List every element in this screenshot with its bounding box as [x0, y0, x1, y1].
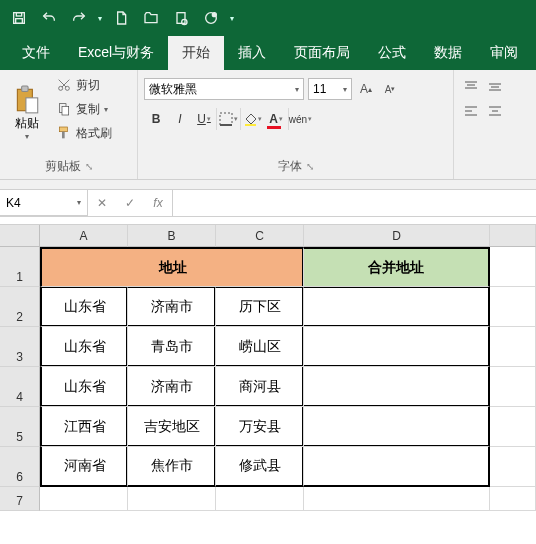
- paste-button[interactable]: 粘贴 ▾: [6, 74, 48, 152]
- cell[interactable]: 吉安地区: [128, 407, 216, 447]
- cell[interactable]: [490, 487, 536, 511]
- italic-button[interactable]: I: [168, 108, 192, 130]
- cell[interactable]: [490, 327, 536, 367]
- col-header[interactable]: B: [128, 225, 216, 247]
- open-folder-icon[interactable]: [140, 7, 162, 29]
- spreadsheet-grid[interactable]: 1 2 3 4 5 6 7 A B C D 地址 合并地址 山东省 济南市 历下: [0, 225, 536, 511]
- borders-button[interactable]: ▾: [216, 108, 240, 130]
- paste-dropdown-icon[interactable]: ▾: [25, 132, 29, 141]
- cell[interactable]: [490, 287, 536, 327]
- row-header[interactable]: 7: [0, 487, 40, 511]
- phonetic-button[interactable]: wén▾: [288, 108, 312, 130]
- cell[interactable]: 济南市: [128, 367, 216, 407]
- cell[interactable]: 山东省: [40, 367, 128, 407]
- col-header[interactable]: [490, 225, 536, 247]
- scissors-icon: [56, 77, 72, 93]
- cell-merged-header-abc[interactable]: 地址: [40, 247, 304, 287]
- select-all-corner[interactable]: [0, 225, 40, 247]
- row-header[interactable]: 1: [0, 247, 40, 287]
- align-middle-button[interactable]: [484, 78, 506, 96]
- cell[interactable]: 万安县: [216, 407, 304, 447]
- redo-icon[interactable]: [68, 7, 90, 29]
- cell[interactable]: [304, 407, 490, 447]
- cell[interactable]: [216, 487, 304, 511]
- row-header[interactable]: 3: [0, 327, 40, 367]
- cell[interactable]: [40, 487, 128, 511]
- format-painter-button[interactable]: 格式刷: [52, 122, 116, 144]
- cell[interactable]: 河南省: [40, 447, 128, 487]
- name-box[interactable]: K4▾: [0, 190, 88, 216]
- save-icon[interactable]: [8, 7, 30, 29]
- font-dialog-icon[interactable]: ⤡: [306, 161, 314, 172]
- align-center-button[interactable]: [484, 102, 506, 120]
- formula-input[interactable]: [173, 190, 536, 216]
- new-file-icon[interactable]: [110, 7, 132, 29]
- cell[interactable]: 商河县: [216, 367, 304, 407]
- copy-button[interactable]: 复制▾: [52, 98, 116, 120]
- svg-point-6: [212, 13, 216, 17]
- cell[interactable]: [304, 287, 490, 327]
- align-top-button[interactable]: [460, 78, 482, 96]
- col-header[interactable]: C: [216, 225, 304, 247]
- undo-icon[interactable]: [38, 7, 60, 29]
- insert-function-button[interactable]: fx: [144, 190, 172, 216]
- qat-dropdown-icon[interactable]: ▾: [98, 14, 102, 23]
- cell[interactable]: [128, 487, 216, 511]
- cell[interactable]: [304, 327, 490, 367]
- tab-review[interactable]: 审阅: [476, 36, 532, 70]
- svg-rect-18: [245, 124, 256, 126]
- cell[interactable]: 济南市: [128, 287, 216, 327]
- cell[interactable]: [490, 247, 536, 287]
- cut-button[interactable]: 剪切: [52, 74, 116, 96]
- tab-insert[interactable]: 插入: [224, 36, 280, 70]
- cell[interactable]: [304, 487, 490, 511]
- align-left-button[interactable]: [460, 102, 482, 120]
- bold-button[interactable]: B: [144, 108, 168, 130]
- row-header[interactable]: 6: [0, 447, 40, 487]
- svg-rect-3: [177, 13, 185, 24]
- tab-page-layout[interactable]: 页面布局: [280, 36, 364, 70]
- decrease-font-button[interactable]: A▾: [380, 78, 400, 100]
- row-header[interactable]: 5: [0, 407, 40, 447]
- tab-formulas[interactable]: 公式: [364, 36, 420, 70]
- svg-rect-9: [26, 98, 38, 113]
- font-color-button[interactable]: A▾: [264, 108, 288, 130]
- tab-home[interactable]: 开始: [168, 36, 224, 70]
- col-header[interactable]: D: [304, 225, 490, 247]
- cell[interactable]: 江西省: [40, 407, 128, 447]
- cell[interactable]: [490, 407, 536, 447]
- cell[interactable]: 崂山区: [216, 327, 304, 367]
- increase-font-button[interactable]: A▴: [356, 78, 376, 100]
- font-name-combo[interactable]: 微软雅黑▾: [144, 78, 304, 100]
- tab-file[interactable]: 文件: [8, 36, 64, 70]
- cell-header-d[interactable]: 合并地址: [304, 247, 490, 287]
- addin-icon[interactable]: [200, 7, 222, 29]
- cancel-formula-button[interactable]: ✕: [88, 190, 116, 216]
- cell[interactable]: 山东省: [40, 327, 128, 367]
- align-top-icon: [463, 80, 479, 94]
- tab-excel-finance[interactable]: Excel与财务: [64, 36, 168, 70]
- cell[interactable]: 青岛市: [128, 327, 216, 367]
- qat-customize-icon[interactable]: ▾: [230, 14, 234, 23]
- cell[interactable]: 修武县: [216, 447, 304, 487]
- clipboard-dialog-icon[interactable]: ⤡: [85, 161, 93, 172]
- print-preview-icon[interactable]: [170, 7, 192, 29]
- svg-rect-16: [220, 113, 232, 125]
- font-size-combo[interactable]: 11▾: [308, 78, 352, 100]
- tab-data[interactable]: 数据: [420, 36, 476, 70]
- confirm-formula-button[interactable]: ✓: [116, 190, 144, 216]
- align-left-icon: [463, 104, 479, 118]
- cell[interactable]: 山东省: [40, 287, 128, 327]
- cell[interactable]: 历下区: [216, 287, 304, 327]
- col-header[interactable]: A: [40, 225, 128, 247]
- row-header[interactable]: 4: [0, 367, 40, 407]
- align-center-icon: [487, 104, 503, 118]
- cell[interactable]: [304, 367, 490, 407]
- underline-button[interactable]: U▾: [192, 108, 216, 130]
- cell[interactable]: [490, 367, 536, 407]
- row-header[interactable]: 2: [0, 287, 40, 327]
- fill-color-button[interactable]: ▾: [240, 108, 264, 130]
- cell[interactable]: [304, 447, 490, 487]
- cell[interactable]: [490, 447, 536, 487]
- cell[interactable]: 焦作市: [128, 447, 216, 487]
